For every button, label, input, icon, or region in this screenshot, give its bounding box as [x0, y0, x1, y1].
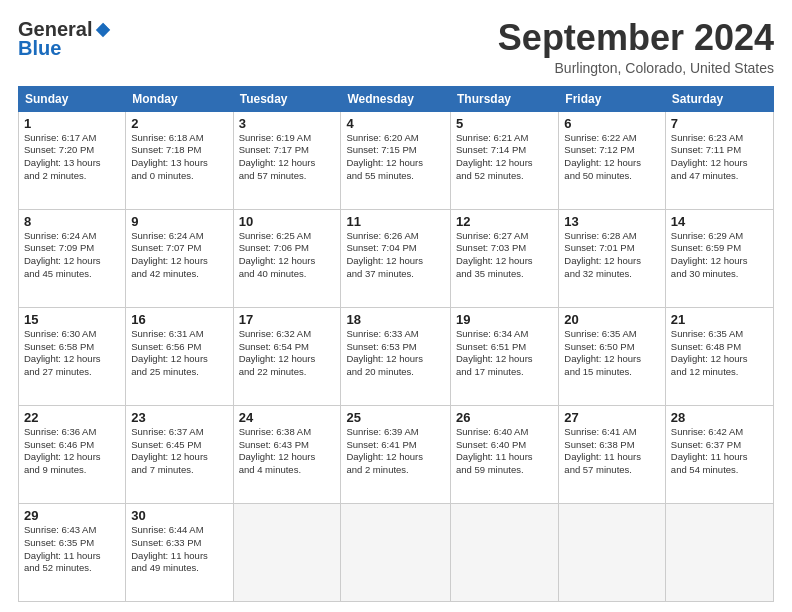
day-number: 16 [131, 312, 227, 327]
calendar-week-1: 1Sunrise: 6:17 AMSunset: 7:20 PMDaylight… [19, 111, 774, 209]
calendar-cell: 2Sunrise: 6:18 AMSunset: 7:18 PMDaylight… [126, 111, 233, 209]
calendar-cell: 13Sunrise: 6:28 AMSunset: 7:01 PMDayligh… [559, 209, 666, 307]
day-info: Sunrise: 6:34 AMSunset: 6:51 PMDaylight:… [456, 328, 553, 379]
day-info: Sunrise: 6:39 AMSunset: 6:41 PMDaylight:… [346, 426, 445, 477]
day-info: Sunrise: 6:25 AMSunset: 7:06 PMDaylight:… [239, 230, 336, 281]
day-info: Sunrise: 6:23 AMSunset: 7:11 PMDaylight:… [671, 132, 768, 183]
calendar-cell: 17Sunrise: 6:32 AMSunset: 6:54 PMDayligh… [233, 307, 341, 405]
day-info: Sunrise: 6:32 AMSunset: 6:54 PMDaylight:… [239, 328, 336, 379]
day-info: Sunrise: 6:33 AMSunset: 6:53 PMDaylight:… [346, 328, 445, 379]
calendar-cell: 21Sunrise: 6:35 AMSunset: 6:48 PMDayligh… [665, 307, 773, 405]
calendar-cell: 7Sunrise: 6:23 AMSunset: 7:11 PMDaylight… [665, 111, 773, 209]
day-info: Sunrise: 6:18 AMSunset: 7:18 PMDaylight:… [131, 132, 227, 183]
day-info: Sunrise: 6:42 AMSunset: 6:37 PMDaylight:… [671, 426, 768, 477]
month-title: September 2024 [498, 18, 774, 58]
day-number: 29 [24, 508, 120, 523]
calendar-cell: 4Sunrise: 6:20 AMSunset: 7:15 PMDaylight… [341, 111, 451, 209]
day-number: 28 [671, 410, 768, 425]
calendar-week-4: 22Sunrise: 6:36 AMSunset: 6:46 PMDayligh… [19, 405, 774, 503]
col-monday: Monday [126, 86, 233, 111]
day-number: 11 [346, 214, 445, 229]
day-number: 18 [346, 312, 445, 327]
day-number: 25 [346, 410, 445, 425]
day-number: 20 [564, 312, 660, 327]
day-number: 10 [239, 214, 336, 229]
col-saturday: Saturday [665, 86, 773, 111]
day-number: 8 [24, 214, 120, 229]
day-number: 22 [24, 410, 120, 425]
logo-blue: Blue [18, 37, 61, 60]
logo: General Blue [18, 18, 112, 60]
calendar-cell: 15Sunrise: 6:30 AMSunset: 6:58 PMDayligh… [19, 307, 126, 405]
calendar-cell: 20Sunrise: 6:35 AMSunset: 6:50 PMDayligh… [559, 307, 666, 405]
day-info: Sunrise: 6:19 AMSunset: 7:17 PMDaylight:… [239, 132, 336, 183]
day-number: 24 [239, 410, 336, 425]
day-info: Sunrise: 6:22 AMSunset: 7:12 PMDaylight:… [564, 132, 660, 183]
day-info: Sunrise: 6:31 AMSunset: 6:56 PMDaylight:… [131, 328, 227, 379]
day-info: Sunrise: 6:24 AMSunset: 7:07 PMDaylight:… [131, 230, 227, 281]
calendar-cell: 5Sunrise: 6:21 AMSunset: 7:14 PMDaylight… [451, 111, 559, 209]
calendar-cell [341, 503, 451, 601]
day-number: 4 [346, 116, 445, 131]
day-info: Sunrise: 6:28 AMSunset: 7:01 PMDaylight:… [564, 230, 660, 281]
calendar-cell: 3Sunrise: 6:19 AMSunset: 7:17 PMDaylight… [233, 111, 341, 209]
calendar-cell: 6Sunrise: 6:22 AMSunset: 7:12 PMDaylight… [559, 111, 666, 209]
calendar-cell: 25Sunrise: 6:39 AMSunset: 6:41 PMDayligh… [341, 405, 451, 503]
day-info: Sunrise: 6:20 AMSunset: 7:15 PMDaylight:… [346, 132, 445, 183]
calendar-week-5: 29Sunrise: 6:43 AMSunset: 6:35 PMDayligh… [19, 503, 774, 601]
col-wednesday: Wednesday [341, 86, 451, 111]
day-number: 9 [131, 214, 227, 229]
day-number: 14 [671, 214, 768, 229]
location: Burlington, Colorado, United States [498, 60, 774, 76]
svg-marker-1 [103, 22, 110, 29]
day-number: 26 [456, 410, 553, 425]
calendar-cell [233, 503, 341, 601]
day-info: Sunrise: 6:41 AMSunset: 6:38 PMDaylight:… [564, 426, 660, 477]
calendar-cell: 27Sunrise: 6:41 AMSunset: 6:38 PMDayligh… [559, 405, 666, 503]
calendar-week-3: 15Sunrise: 6:30 AMSunset: 6:58 PMDayligh… [19, 307, 774, 405]
day-info: Sunrise: 6:17 AMSunset: 7:20 PMDaylight:… [24, 132, 120, 183]
day-info: Sunrise: 6:30 AMSunset: 6:58 PMDaylight:… [24, 328, 120, 379]
calendar-cell: 8Sunrise: 6:24 AMSunset: 7:09 PMDaylight… [19, 209, 126, 307]
day-info: Sunrise: 6:40 AMSunset: 6:40 PMDaylight:… [456, 426, 553, 477]
day-info: Sunrise: 6:26 AMSunset: 7:04 PMDaylight:… [346, 230, 445, 281]
header-row: Sunday Monday Tuesday Wednesday Thursday… [19, 86, 774, 111]
calendar-cell: 16Sunrise: 6:31 AMSunset: 6:56 PMDayligh… [126, 307, 233, 405]
calendar-cell: 18Sunrise: 6:33 AMSunset: 6:53 PMDayligh… [341, 307, 451, 405]
day-number: 7 [671, 116, 768, 131]
day-number: 6 [564, 116, 660, 131]
title-block: September 2024 Burlington, Colorado, Uni… [498, 18, 774, 76]
day-info: Sunrise: 6:21 AMSunset: 7:14 PMDaylight:… [456, 132, 553, 183]
calendar-cell: 10Sunrise: 6:25 AMSunset: 7:06 PMDayligh… [233, 209, 341, 307]
calendar-cell: 12Sunrise: 6:27 AMSunset: 7:03 PMDayligh… [451, 209, 559, 307]
calendar-cell [451, 503, 559, 601]
day-number: 15 [24, 312, 120, 327]
calendar-cell: 24Sunrise: 6:38 AMSunset: 6:43 PMDayligh… [233, 405, 341, 503]
calendar-cell [665, 503, 773, 601]
day-number: 12 [456, 214, 553, 229]
day-number: 1 [24, 116, 120, 131]
day-info: Sunrise: 6:43 AMSunset: 6:35 PMDaylight:… [24, 524, 120, 575]
day-info: Sunrise: 6:24 AMSunset: 7:09 PMDaylight:… [24, 230, 120, 281]
day-info: Sunrise: 6:44 AMSunset: 6:33 PMDaylight:… [131, 524, 227, 575]
day-number: 13 [564, 214, 660, 229]
day-info: Sunrise: 6:37 AMSunset: 6:45 PMDaylight:… [131, 426, 227, 477]
day-number: 17 [239, 312, 336, 327]
header: General Blue September 2024 Burlington, … [18, 18, 774, 76]
calendar-cell [559, 503, 666, 601]
calendar-cell: 19Sunrise: 6:34 AMSunset: 6:51 PMDayligh… [451, 307, 559, 405]
day-number: 2 [131, 116, 227, 131]
day-info: Sunrise: 6:36 AMSunset: 6:46 PMDaylight:… [24, 426, 120, 477]
calendar-cell: 30Sunrise: 6:44 AMSunset: 6:33 PMDayligh… [126, 503, 233, 601]
calendar-cell: 22Sunrise: 6:36 AMSunset: 6:46 PMDayligh… [19, 405, 126, 503]
calendar-week-2: 8Sunrise: 6:24 AMSunset: 7:09 PMDaylight… [19, 209, 774, 307]
col-friday: Friday [559, 86, 666, 111]
day-number: 27 [564, 410, 660, 425]
day-number: 21 [671, 312, 768, 327]
day-number: 23 [131, 410, 227, 425]
calendar-table: Sunday Monday Tuesday Wednesday Thursday… [18, 86, 774, 602]
day-number: 19 [456, 312, 553, 327]
col-thursday: Thursday [451, 86, 559, 111]
calendar-cell: 11Sunrise: 6:26 AMSunset: 7:04 PMDayligh… [341, 209, 451, 307]
logo-icon [94, 21, 112, 39]
